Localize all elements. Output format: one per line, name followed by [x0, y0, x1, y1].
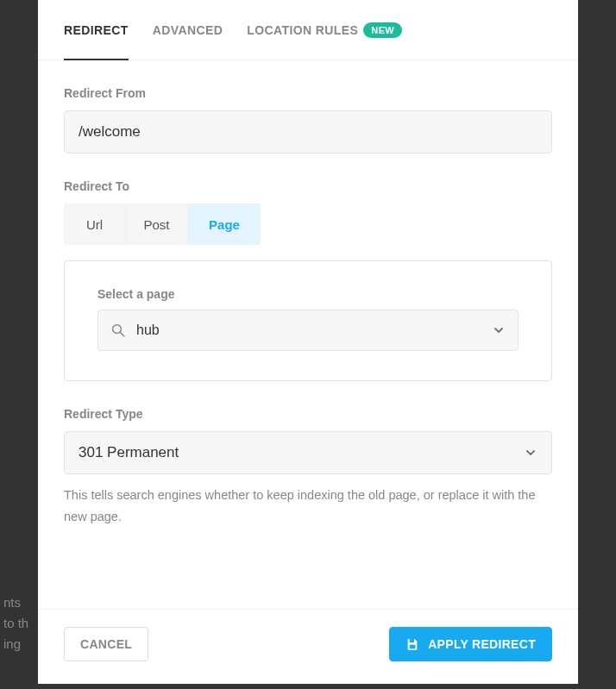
redirect-to-segmented: Url Post Page — [64, 204, 261, 245]
svg-rect-3 — [410, 645, 416, 649]
save-icon — [405, 637, 419, 651]
select-page-label: Select a page — [97, 287, 519, 301]
redirect-from-group: Redirect From — [64, 86, 552, 153]
chevron-down-icon — [524, 446, 537, 460]
select-page-panel: Select a page — [64, 260, 552, 381]
select-page-combobox[interactable] — [97, 310, 519, 351]
apply-redirect-button[interactable]: APPLY REDIRECT — [389, 627, 552, 661]
redirect-from-label: Redirect From — [64, 86, 552, 100]
redirect-type-group: Redirect Type 301 Permanent This tells s… — [64, 407, 552, 527]
redirect-type-value: 301 Permanent — [79, 444, 524, 461]
redirect-modal: REDIRECT ADVANCED LOCATION RULES NEW Red… — [38, 0, 578, 684]
seg-option-post[interactable]: Post — [126, 204, 188, 245]
cancel-button-label: CANCEL — [80, 637, 132, 651]
seg-option-url[interactable]: Url — [64, 204, 126, 245]
seg-option-page[interactable]: Page — [188, 204, 261, 245]
redirect-to-group: Redirect To Url Post Page Select a page — [64, 179, 552, 381]
tab-advanced-label: ADVANCED — [153, 23, 223, 37]
tab-redirect-label: REDIRECT — [64, 23, 129, 37]
svg-rect-2 — [410, 639, 414, 642]
redirect-type-dropdown[interactable]: 301 Permanent — [64, 431, 552, 474]
apply-redirect-button-label: APPLY REDIRECT — [428, 637, 536, 651]
tab-redirect[interactable]: REDIRECT — [64, 0, 129, 60]
redirect-from-input[interactable] — [64, 110, 552, 153]
tab-advanced[interactable]: ADVANCED — [153, 0, 223, 60]
tab-location-rules-label: LOCATION RULES — [247, 23, 358, 37]
modal-footer: CANCEL APPLY REDIRECT — [38, 609, 578, 684]
seg-option-post-label: Post — [143, 217, 169, 232]
redirect-to-label: Redirect To — [64, 179, 552, 193]
search-icon — [110, 323, 126, 338]
tab-location-rules[interactable]: LOCATION RULES NEW — [247, 0, 402, 60]
seg-option-page-label: Page — [209, 217, 240, 232]
redirect-type-label: Redirect Type — [64, 407, 552, 421]
chevron-down-icon — [492, 323, 506, 337]
redirect-type-help: This tells search engines whether to kee… — [64, 485, 552, 527]
cancel-button[interactable]: CANCEL — [64, 627, 148, 661]
select-page-input[interactable] — [136, 323, 492, 338]
tab-bar: REDIRECT ADVANCED LOCATION RULES NEW — [38, 0, 578, 60]
svg-line-1 — [120, 332, 124, 336]
background-obscured-text: nts to th ing — [3, 592, 28, 655]
seg-option-url-label: Url — [86, 217, 103, 232]
modal-body: Redirect From Redirect To Url Post Page … — [38, 60, 578, 609]
new-badge: NEW — [363, 22, 402, 38]
